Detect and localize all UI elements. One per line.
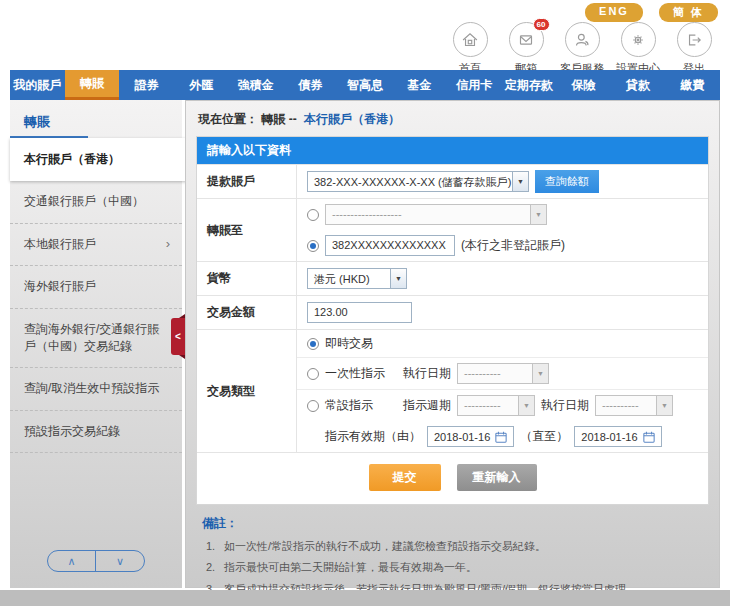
- breadcrumb-current: 本行賬戶（香港）: [304, 112, 400, 126]
- cycle-select[interactable]: ---------- ▼: [457, 395, 535, 416]
- one-time-exec-date-select[interactable]: ---------- ▼: [457, 363, 549, 384]
- sidebar-item-overseas-bank-account[interactable]: 海外銀行賬戶: [10, 266, 182, 308]
- currency-label: 貨幣: [197, 262, 297, 295]
- validity-from-date-value: 2018-01-16: [434, 431, 490, 443]
- amount-row: 交易金額 123.00: [197, 295, 708, 329]
- tab-credit-card[interactable]: 信用卡: [447, 70, 502, 100]
- sidebar-pager: ∧ ∨: [47, 550, 145, 572]
- other-account-radio[interactable]: [307, 240, 319, 252]
- mail-icon: 60: [509, 22, 544, 57]
- note-text: 指示最快可由第二天開始計算，最長有效期為一年。: [224, 557, 477, 578]
- sidebar: 轉賬 本行賬戶（香港） 交通銀行賬戶（中國） 本地銀行賬戶 › 海外銀行賬戶 查…: [10, 100, 182, 588]
- sidebar-title: 轉賬: [10, 100, 182, 136]
- tab-forex[interactable]: 外匯: [174, 70, 229, 100]
- home-icon: [453, 22, 488, 57]
- other-account-input[interactable]: 382XXXXXXXXXXXXX: [325, 235, 455, 256]
- dropdown-arrow-icon: ▼: [530, 205, 546, 224]
- note-item: 1. 如一次性/常設指示的執行不成功，建議您檢查預設指示交易紀錄。: [202, 536, 703, 557]
- registered-account-placeholder: -------------------: [326, 205, 530, 224]
- other-account-hint: (本行之非登記賬戶): [461, 237, 565, 254]
- standing-exec-date-select[interactable]: ---------- ▼: [595, 395, 673, 416]
- customer-service-icon: [565, 22, 600, 57]
- logout-shortcut[interactable]: 登出: [666, 22, 722, 76]
- registered-account-select[interactable]: ------------------- ▼: [325, 204, 547, 225]
- dropdown-arrow-icon: ▼: [390, 269, 406, 288]
- instant-option: 即時交易: [297, 330, 708, 357]
- mailbox-shortcut[interactable]: 60 郵箱: [498, 22, 554, 76]
- mail-unread-badge: 60: [533, 18, 550, 31]
- currency-value: 港元 (HKD): [308, 269, 390, 288]
- chevron-right-icon: ›: [166, 235, 170, 254]
- instant-radio[interactable]: [307, 338, 319, 350]
- lang-eng-button[interactable]: ENG: [585, 3, 643, 22]
- tab-bill-payment[interactable]: 繳費: [665, 70, 720, 100]
- page: ENG 簡 体 首頁 60 郵箱 客戶服務 設置中心: [0, 0, 730, 606]
- logout-icon: [677, 22, 712, 57]
- breadcrumb: 現在位置： 轉賬 -- 本行賬戶（香港）: [186, 101, 719, 136]
- tab-funds[interactable]: 基金: [392, 70, 447, 100]
- sidebar-item-local-bank-account-hk[interactable]: 本行賬戶（香港）: [10, 138, 188, 181]
- lang-simplified-button[interactable]: 簡 体: [659, 3, 718, 22]
- home-shortcut[interactable]: 首頁: [442, 22, 498, 76]
- dropdown-arrow-icon: ▼: [532, 364, 548, 383]
- note-number: 2.: [202, 557, 224, 578]
- sidebar-item-enquire-cancel-standing[interactable]: 查詢/取消生效中預設指示: [10, 368, 182, 410]
- dropdown-arrow-icon: ▼: [512, 172, 528, 191]
- form-actions: 提交 重新輸入: [197, 452, 708, 504]
- header-icon-row: 首頁 60 郵箱 客戶服務 設置中心 登出: [442, 22, 722, 76]
- tab-transfer[interactable]: 轉賬: [65, 70, 120, 100]
- tab-mpf[interactable]: 強積金: [228, 70, 283, 100]
- check-balance-button[interactable]: 查詢餘額: [535, 170, 599, 193]
- one-time-label: 一次性指示: [325, 365, 397, 382]
- tab-my-accounts[interactable]: 我的賬戶: [10, 70, 65, 100]
- tab-insurance[interactable]: 保險: [556, 70, 611, 100]
- sidebar-item-bocom-china-account[interactable]: 交通銀行賬戶（中國）: [10, 181, 182, 223]
- one-time-radio[interactable]: [307, 368, 319, 380]
- tab-loans[interactable]: 貸款: [611, 70, 666, 100]
- withdraw-account-value: 382-XXX-XXXXXX-X-XX (儲蓄存款賬戶): [308, 172, 512, 191]
- note-number: 1.: [202, 536, 224, 557]
- customer-service-shortcut[interactable]: 客戶服務: [554, 22, 610, 76]
- transfer-to-label: 轉賬至: [197, 199, 297, 261]
- currency-select[interactable]: 港元 (HKD) ▼: [307, 268, 407, 289]
- dropdown-arrow-icon: ▼: [518, 396, 534, 415]
- breadcrumb-prefix: 現在位置： 轉賬 --: [198, 112, 297, 126]
- sidebar-collapse-toggle[interactable]: <: [171, 318, 185, 355]
- validity-period-line: 指示有效期（由） 2018-01-16 （直至） 2018-01-16: [297, 421, 708, 452]
- tab-bonds[interactable]: 債券: [283, 70, 338, 100]
- validity-from-date-input[interactable]: 2018-01-16: [427, 426, 514, 447]
- registered-account-radio[interactable]: [307, 209, 319, 221]
- submit-button[interactable]: 提交: [369, 464, 441, 491]
- validity-until-date-input[interactable]: 2018-01-16: [574, 426, 661, 447]
- validity-from-label: 指示有效期（由）: [325, 428, 421, 445]
- transaction-type-label: 交易類型: [197, 330, 297, 452]
- validity-until-date-value: 2018-01-16: [581, 431, 637, 443]
- sidebar-item-enquire-overseas-records[interactable]: 查詢海外銀行/交通銀行賬戶（中國）交易紀錄: [10, 309, 182, 369]
- sidebar-item-local-bank-account[interactable]: 本地銀行賬戶 ›: [10, 224, 182, 266]
- transaction-type-row: 交易類型 即時交易 一次性指示 執行日期 ---------- ▼: [197, 329, 708, 452]
- calendar-icon: [643, 431, 655, 443]
- scroll-up-button[interactable]: ∧: [48, 551, 96, 571]
- withdraw-account-select[interactable]: 382-XXX-XXXXXX-X-XX (儲蓄存款賬戶) ▼: [307, 171, 529, 192]
- one-time-option: 一次性指示 執行日期 ---------- ▼: [297, 357, 708, 389]
- standing-radio[interactable]: [307, 400, 319, 412]
- cycle-value: ----------: [458, 396, 518, 415]
- cycle-label: 指示週期: [403, 397, 451, 414]
- sidebar-item-preset-instruction-records[interactable]: 預設指示交易紀錄: [10, 411, 182, 453]
- tab-time-deposit[interactable]: 定期存款: [501, 70, 556, 100]
- calendar-icon: [495, 431, 507, 443]
- scroll-down-button[interactable]: ∨: [96, 551, 144, 571]
- one-time-exec-date-value: ----------: [458, 364, 532, 383]
- amount-input[interactable]: 123.00: [307, 302, 412, 323]
- transfer-form: 請輸入以下資料 提款賬戶 382-XXX-XXXXXX-X-XX (儲蓄存款賬戶…: [196, 136, 709, 505]
- tab-securities[interactable]: 證券: [119, 70, 174, 100]
- validity-until-label: （直至）: [520, 428, 568, 445]
- reset-button[interactable]: 重新輸入: [457, 464, 537, 491]
- notes-title: 備註：: [202, 515, 703, 532]
- settings-shortcut[interactable]: 設置中心: [610, 22, 666, 76]
- tab-smart-interest[interactable]: 智高息: [338, 70, 393, 100]
- standing-exec-date-label: 執行日期: [541, 397, 589, 414]
- note-text: 如一次性/常設指示的執行不成功，建議您檢查預設指示交易紀錄。: [224, 536, 546, 557]
- note-item: 2. 指示最快可由第二天開始計算，最長有效期為一年。: [202, 557, 703, 578]
- form-header: 請輸入以下資料: [197, 137, 708, 164]
